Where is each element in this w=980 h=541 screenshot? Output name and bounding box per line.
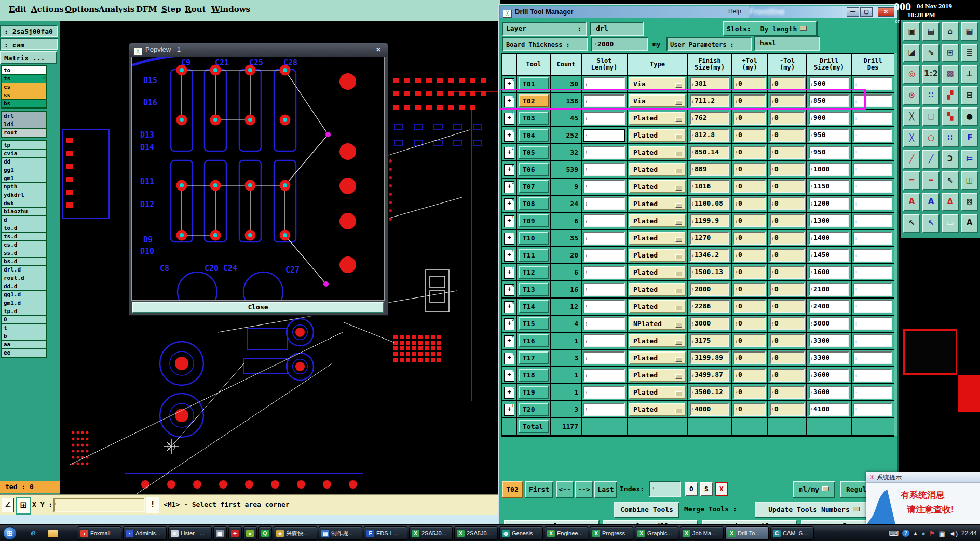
help-menu[interactable]: Help bbox=[728, 8, 741, 15]
tool-button-t05[interactable]: T05 bbox=[519, 146, 549, 159]
layer-ts.d[interactable]: ts.d bbox=[2, 233, 46, 241]
layer-to.d[interactable]: to.d bbox=[2, 224, 46, 233]
show-hidden-icons[interactable]: ▲ bbox=[913, 530, 918, 537]
right-toolbar-icon-7[interactable]: ⊞ bbox=[942, 44, 959, 62]
taskbar-ball-button[interactable]: ● bbox=[243, 526, 257, 540]
right-toolbar-icon-10[interactable]: 1:2 bbox=[922, 65, 940, 84]
layer-gm1.d[interactable]: gm1.d bbox=[2, 299, 46, 307]
drill-size-input[interactable]: 1000 bbox=[809, 163, 849, 176]
finish-size-input[interactable]: 1270 bbox=[690, 232, 729, 245]
keyboard-tray-icon[interactable]: ⌨ bbox=[889, 530, 899, 537]
slot-len-input[interactable] bbox=[583, 94, 625, 107]
drill-size-input[interactable]: 2400 bbox=[809, 300, 849, 313]
slot-len-input[interactable] bbox=[583, 351, 625, 364]
expand-row-button[interactable]: +F bbox=[504, 164, 514, 176]
drill-size-input[interactable]: 950 bbox=[809, 146, 849, 159]
drill-size-input[interactable]: 3000 bbox=[809, 317, 849, 330]
drill-size-input[interactable]: 1450 bbox=[809, 249, 849, 262]
expand-row-button[interactable]: +K bbox=[504, 250, 514, 262]
type-dropdown[interactable]: Plated bbox=[629, 249, 686, 262]
taskbar-jobma-button[interactable]: XJob Ma... bbox=[680, 526, 724, 540]
layer-bs[interactable]: bs bbox=[2, 100, 46, 107]
layer-drl[interactable]: drl bbox=[2, 112, 46, 120]
tool-button-t17[interactable]: T17 bbox=[519, 351, 549, 364]
expand-row-button[interactable]: +M bbox=[504, 284, 514, 296]
plus-tol-input[interactable]: 0 bbox=[733, 334, 766, 347]
finish-size-input[interactable]: 1016 bbox=[690, 180, 729, 193]
drill-des-input[interactable] bbox=[853, 112, 892, 125]
plus-tol-input[interactable]: 0 bbox=[733, 403, 766, 416]
right-toolbar-icon-2[interactable]: ▤ bbox=[922, 22, 940, 41]
expand-row-button[interactable]: +T bbox=[504, 404, 514, 416]
taskbar-redapp-button[interactable]: ✦ bbox=[228, 526, 242, 540]
slot-len-input[interactable] bbox=[583, 129, 625, 142]
right-toolbar-icon-16[interactable]: ⊟ bbox=[961, 86, 978, 105]
taskbar-calc-button[interactable]: ▦ bbox=[213, 526, 227, 540]
volume-tray-icon[interactable]: ◄) bbox=[949, 530, 958, 537]
popview-close-button[interactable]: Close bbox=[132, 302, 384, 313]
right-toolbar-icon-32[interactable]: ◫ bbox=[961, 171, 978, 190]
layer-dd.d[interactable]: dd.d bbox=[2, 282, 46, 291]
slot-len-input[interactable] bbox=[583, 77, 625, 90]
minus-tol-input[interactable]: 0 bbox=[770, 266, 805, 279]
next-button[interactable]: --> bbox=[575, 481, 593, 498]
right-toolbar-icon-18[interactable]: ▢ bbox=[922, 107, 940, 126]
layer-bs.d[interactable]: bs.d bbox=[2, 258, 46, 266]
minus-tol-input[interactable]: 0 bbox=[770, 180, 805, 193]
drill-size-input[interactable]: 3300 bbox=[809, 351, 849, 364]
flag-tray-icon[interactable]: ⚑ bbox=[929, 530, 935, 537]
expand-row-button[interactable]: +J bbox=[504, 233, 514, 245]
plus-tol-input[interactable]: 0 bbox=[733, 163, 766, 176]
right-toolbar-icon-8[interactable]: ≣ bbox=[961, 44, 978, 62]
alert-button[interactable]: ! bbox=[146, 497, 159, 513]
drill-des-input[interactable] bbox=[853, 163, 892, 176]
menu-rout[interactable]: Rout bbox=[185, 5, 206, 14]
drill-des-input[interactable] bbox=[853, 369, 892, 382]
taskbar-app8-button[interactable]: ▤制作规... bbox=[319, 526, 362, 540]
finish-size-input[interactable]: 1346.2 bbox=[690, 249, 729, 262]
layer-dwk[interactable]: dwk bbox=[2, 199, 46, 208]
taskbar-adminis-button[interactable]: ▪Adminis... bbox=[123, 526, 167, 540]
finish-size-input[interactable]: 711.2 bbox=[690, 94, 729, 107]
type-dropdown[interactable]: Plated bbox=[629, 180, 686, 193]
layer-t[interactable]: t bbox=[2, 324, 46, 332]
drill-size-input[interactable]: 1150 bbox=[809, 180, 849, 193]
step-field[interactable]: : cam bbox=[0, 38, 58, 50]
drill-size-input[interactable]: 3300 bbox=[809, 334, 849, 347]
plus-tol-input[interactable]: 0 bbox=[733, 129, 766, 142]
layer-tp.d[interactable]: tp.d bbox=[2, 307, 46, 316]
table-scrollbar[interactable] bbox=[894, 53, 899, 437]
type-dropdown[interactable]: Plated bbox=[629, 197, 686, 210]
taskbar-camg-button[interactable]: CCAM_G... bbox=[770, 526, 814, 540]
drill-size-input[interactable]: 1300 bbox=[809, 214, 849, 227]
drill-des-input[interactable] bbox=[853, 232, 892, 245]
drill-des-input[interactable] bbox=[853, 94, 892, 107]
combine-tools-button[interactable]: Combine Tools bbox=[614, 502, 679, 518]
right-toolbar-icon-6[interactable]: ⇘ bbox=[922, 44, 940, 62]
layer-gm1[interactable]: gm1 bbox=[2, 174, 46, 183]
plus-tol-input[interactable]: 0 bbox=[733, 283, 766, 296]
minus-tol-input[interactable]: 0 bbox=[770, 249, 805, 262]
tool-button-t07[interactable]: T07 bbox=[519, 180, 549, 193]
notification-titlebar[interactable]: ✳系统提示 bbox=[866, 472, 980, 483]
tool-button-t11[interactable]: T11 bbox=[519, 249, 549, 262]
expand-row-button[interactable]: +S bbox=[504, 387, 514, 399]
index-input[interactable] bbox=[649, 481, 681, 497]
minimize-button[interactable]: — bbox=[847, 7, 859, 17]
plus-tol-input[interactable]: 0 bbox=[733, 180, 766, 193]
job-field[interactable]: : 2sa5j00fa0 bbox=[0, 25, 58, 37]
slot-len-input[interactable] bbox=[583, 163, 625, 176]
right-toolbar-icon-19[interactable]: ▚ bbox=[942, 107, 959, 126]
drill-des-input[interactable] bbox=[853, 283, 892, 296]
plus-tol-input[interactable]: 0 bbox=[733, 386, 766, 399]
tool-button-t13[interactable]: T13 bbox=[519, 283, 549, 296]
right-toolbar-icon-5[interactable]: ◪ bbox=[903, 44, 920, 62]
app-tray-icon[interactable]: ● bbox=[921, 530, 925, 537]
drill-size-input[interactable]: 2100 bbox=[809, 283, 849, 296]
finish-size-input[interactable]: 2000 bbox=[690, 283, 729, 296]
drill-des-input[interactable] bbox=[853, 386, 892, 399]
plus-tol-input[interactable]: 0 bbox=[733, 369, 766, 382]
right-toolbar-icon-23[interactable]: ∷ bbox=[942, 129, 959, 147]
highlight-tool-icon[interactable]: Ω bbox=[685, 482, 698, 496]
drill-size-input[interactable]: 850 bbox=[809, 94, 849, 107]
